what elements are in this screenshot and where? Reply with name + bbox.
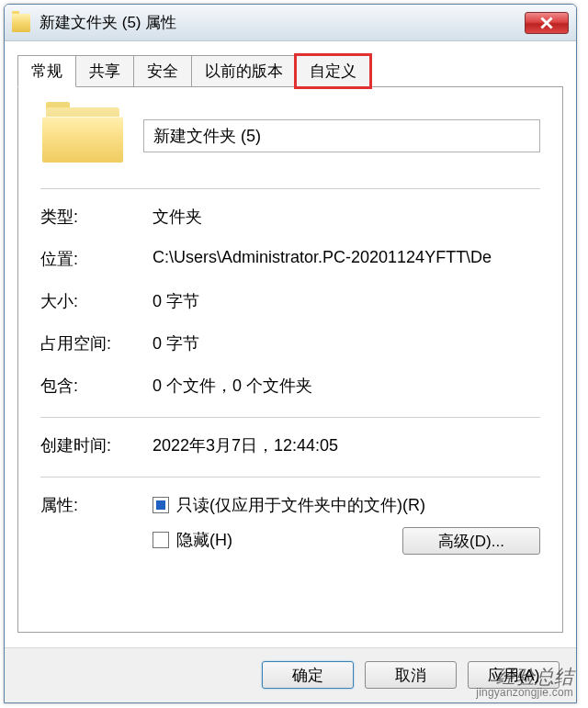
apply-button[interactable]: 应用(A): [468, 661, 560, 689]
dialog-button-bar: 确定 取消 应用(A): [5, 647, 576, 702]
dialog-content: 常规 共享 安全 以前的版本 自定义 类型: 文件夹 位置:: [5, 41, 576, 647]
properties-dialog: 新建文件夹 (5) 属性 常规 共享 安全 以前的版本 自定义: [4, 4, 577, 703]
readonly-label: 只读(仅应用于文件夹中的文件)(R): [176, 494, 425, 516]
tab-label: 自定义: [310, 62, 356, 80]
readonly-checkbox[interactable]: [153, 497, 169, 513]
close-button[interactable]: [525, 12, 569, 34]
row-size: 大小: 0 字节: [40, 290, 540, 312]
created-value: 2022年3月7日，12:44:05: [153, 434, 540, 456]
tab-customize[interactable]: 自定义: [296, 55, 370, 87]
header-row: [40, 104, 540, 168]
created-label: 创建时间:: [40, 434, 153, 456]
tab-strip: 常规 共享 安全 以前的版本 自定义: [17, 54, 563, 86]
tab-label: 安全: [147, 62, 178, 80]
tab-panel-general: 类型: 文件夹 位置: C:\Users\Administrator.PC-20…: [17, 86, 563, 633]
tab-previous-versions[interactable]: 以前的版本: [191, 55, 297, 87]
location-label: 位置:: [40, 248, 153, 270]
contains-label: 包含:: [40, 375, 153, 397]
window-title: 新建文件夹 (5) 属性: [40, 12, 176, 33]
row-location: 位置: C:\Users\Administrator.PC-20201124YF…: [40, 248, 540, 270]
type-value: 文件夹: [153, 206, 540, 228]
row-contains: 包含: 0 个文件，0 个文件夹: [40, 375, 540, 397]
tab-sharing[interactable]: 共享: [75, 55, 134, 87]
folder-name-input[interactable]: [143, 119, 540, 152]
row-attributes: 属性: 只读(仅应用于文件夹中的文件)(R) 隐藏(H) 高级(D)...: [40, 494, 540, 555]
divider: [40, 417, 540, 418]
attr-label: 属性:: [40, 494, 153, 516]
disk-label: 占用空间:: [40, 332, 153, 354]
contains-value: 0 个文件，0 个文件夹: [153, 375, 540, 397]
close-icon: [540, 17, 553, 29]
row-type: 类型: 文件夹: [40, 206, 540, 228]
type-label: 类型:: [40, 206, 153, 228]
row-size-on-disk: 占用空间: 0 字节: [40, 332, 540, 354]
disk-value: 0 字节: [153, 332, 540, 354]
tab-label: 共享: [89, 62, 120, 80]
divider: [40, 188, 540, 189]
folder-icon-large: [40, 104, 127, 168]
titlebar[interactable]: 新建文件夹 (5) 属性: [5, 5, 576, 41]
size-label: 大小:: [40, 290, 153, 312]
divider: [40, 477, 540, 478]
row-created: 创建时间: 2022年3月7日，12:44:05: [40, 434, 540, 456]
tab-general[interactable]: 常规: [17, 55, 76, 87]
folder-icon: [12, 14, 30, 32]
advanced-button[interactable]: 高级(D)...: [402, 527, 540, 555]
location-value: C:\Users\Administrator.PC-20201124YFTT\D…: [153, 248, 540, 270]
hidden-label: 隐藏(H): [176, 529, 232, 551]
readonly-checkbox-row[interactable]: 只读(仅应用于文件夹中的文件)(R): [153, 494, 540, 516]
size-value: 0 字节: [153, 290, 540, 312]
tab-security[interactable]: 安全: [133, 55, 192, 87]
attr-body: 只读(仅应用于文件夹中的文件)(R) 隐藏(H) 高级(D)...: [153, 494, 540, 555]
ok-button[interactable]: 确定: [262, 661, 354, 689]
cancel-button[interactable]: 取消: [365, 661, 457, 689]
hidden-checkbox[interactable]: [153, 532, 169, 548]
tab-label: 常规: [31, 62, 62, 80]
tab-label: 以前的版本: [205, 62, 283, 80]
